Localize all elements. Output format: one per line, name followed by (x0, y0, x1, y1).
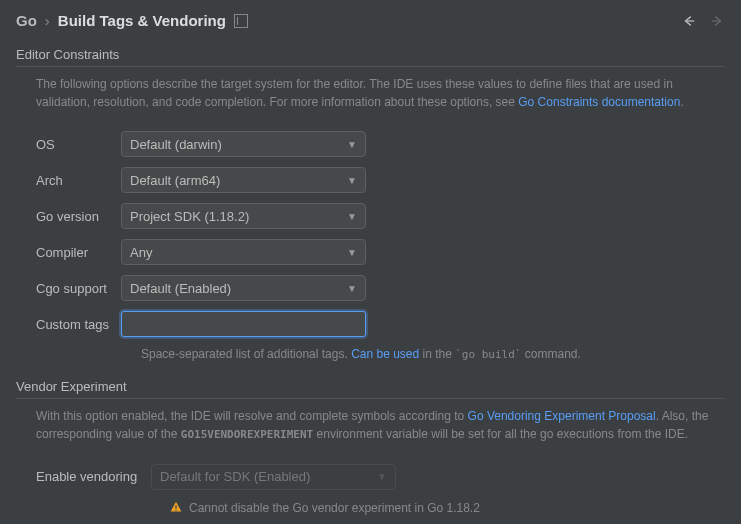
compiler-select[interactable]: Any ▼ (121, 239, 366, 265)
can-be-used-link[interactable]: Can be used (351, 347, 419, 361)
vendor-experiment-description: With this option enabled, the IDE will r… (16, 407, 725, 444)
chevron-down-icon: ▼ (377, 471, 387, 482)
breadcrumb-root[interactable]: Go (16, 12, 37, 29)
chevron-down-icon: ▼ (347, 247, 357, 258)
cgo-support-label: Cgo support (16, 281, 121, 296)
custom-tags-helper: Space-separated list of additional tags.… (16, 347, 725, 361)
chevron-down-icon: ▼ (347, 139, 357, 150)
svg-rect-1 (175, 509, 176, 510)
breadcrumb-separator: › (45, 12, 50, 29)
custom-tags-input[interactable] (121, 311, 366, 337)
go-version-select[interactable]: Project SDK (1.18.2) ▼ (121, 203, 366, 229)
chevron-down-icon: ▼ (347, 211, 357, 222)
cgo-support-select-value: Default (Enabled) (130, 281, 231, 296)
editor-constraints-description: The following options describe the targe… (16, 75, 725, 111)
editor-constraints-title: Editor Constraints (16, 47, 725, 67)
os-label: OS (16, 137, 121, 152)
enable-vendoring-value: Default for SDK (Enabled) (160, 469, 310, 484)
nav-forward-icon (709, 13, 725, 29)
compiler-label: Compiler (16, 245, 121, 260)
vendoring-warning-text: Cannot disable the Go vendor experiment … (189, 501, 480, 515)
vendoring-proposal-link[interactable]: Go Vendoring Experiment Proposal (468, 409, 656, 423)
breadcrumb: Go › Build Tags & Vendoring (16, 12, 248, 29)
enable-vendoring-label: Enable vendoring (16, 469, 151, 484)
nav-back-icon[interactable] (681, 13, 697, 29)
arch-select[interactable]: Default (arm64) ▼ (121, 167, 366, 193)
sidebar-layout-icon[interactable] (234, 14, 248, 28)
arch-label: Arch (16, 173, 121, 188)
chevron-down-icon: ▼ (347, 175, 357, 186)
go-version-label: Go version (16, 209, 121, 224)
go-version-select-value: Project SDK (1.18.2) (130, 209, 249, 224)
enable-vendoring-select: Default for SDK (Enabled) ▼ (151, 464, 396, 490)
svg-rect-0 (175, 505, 176, 509)
compiler-select-value: Any (130, 245, 152, 260)
arch-select-value: Default (arm64) (130, 173, 220, 188)
custom-tags-label: Custom tags (16, 317, 121, 332)
vendor-experiment-title: Vendor Experiment (16, 379, 725, 399)
cgo-support-select[interactable]: Default (Enabled) ▼ (121, 275, 366, 301)
warning-icon (169, 500, 183, 517)
chevron-down-icon: ▼ (347, 283, 357, 294)
os-select[interactable]: Default (darwin) ▼ (121, 131, 366, 157)
os-select-value: Default (darwin) (130, 137, 222, 152)
breadcrumb-current: Build Tags & Vendoring (58, 12, 226, 29)
constraints-doc-link[interactable]: Go Constraints documentation (518, 95, 680, 109)
